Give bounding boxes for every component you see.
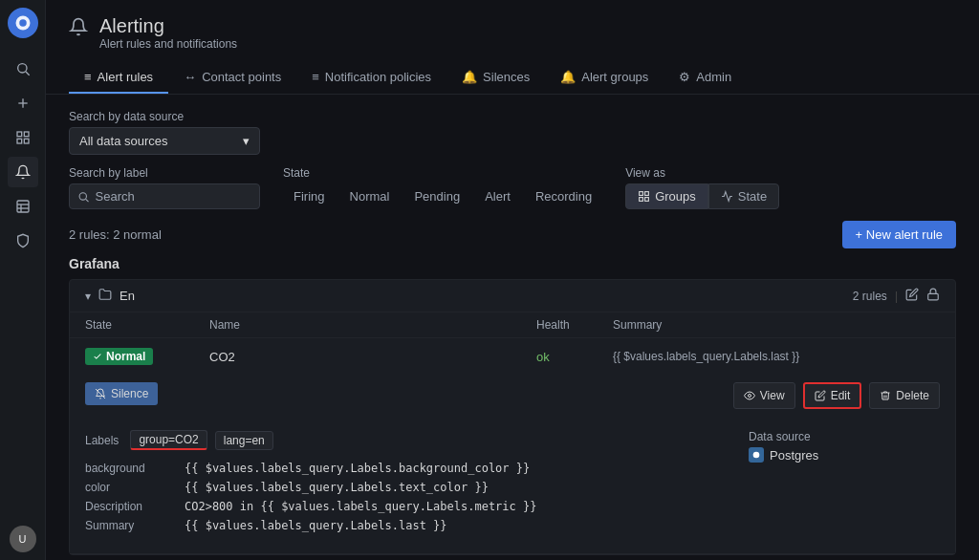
svg-rect-18 — [640, 198, 643, 202]
silence-icon — [95, 388, 106, 399]
tab-alert-rules-icon: ≡ — [84, 70, 92, 84]
search-input[interactable] — [96, 189, 251, 204]
tab-notification-policies[interactable]: ≡ Notification policies — [296, 62, 446, 94]
grafana-section-title: Grafana — [69, 256, 956, 271]
tab-admin[interactable]: ⚙ Admin — [664, 62, 747, 94]
col-header-summary: Summary — [613, 318, 940, 332]
content-area: Search by data source All data sources ▾… — [46, 95, 979, 560]
app-logo[interactable] — [8, 8, 38, 38]
tab-notification-label: Notification policies — [325, 70, 431, 84]
svg-point-23 — [753, 452, 760, 459]
search-filter-group: Search by label — [69, 166, 260, 209]
state-btn-firing[interactable]: Firing — [283, 183, 336, 209]
state-btn-pending[interactable]: Pending — [403, 183, 470, 209]
detail-row-color: color {{ $values.labels_query.Labels.tex… — [85, 481, 726, 494]
sidebar-item-add[interactable] — [8, 88, 38, 118]
tab-silences[interactable]: 🔔 Silences — [446, 62, 545, 94]
datasource-filter: Search by data source All data sources ▾ — [69, 110, 956, 155]
tab-contact-icon: ↔ — [184, 70, 196, 84]
user-avatar[interactable]: U — [10, 526, 36, 552]
summary-text: 2 rules: 2 normal — [69, 227, 162, 242]
state-btn-alert[interactable]: Alert — [474, 183, 521, 209]
tab-silences-label: Silences — [483, 70, 530, 84]
page-header: Alerting Alert rules and notifications — [46, 0, 979, 51]
silence-button[interactable]: Silence — [85, 382, 158, 405]
view-btn-groups[interactable]: Groups — [625, 183, 708, 209]
tab-alert-rules[interactable]: ≡ Alert rules — [69, 62, 168, 94]
new-alert-button[interactable]: + New alert rule — [842, 221, 956, 248]
view-as-filter-group: View as Groups State — [625, 166, 779, 209]
datasource-select[interactable]: All data sources ▾ — [69, 127, 260, 155]
edit-btn-label: Edit — [831, 389, 851, 402]
rule-row-main: Normal CO2 ok {{ $values.labels_query.La… — [70, 338, 955, 375]
state-btn-normal[interactable]: Normal — [339, 183, 401, 209]
groups-icon — [638, 190, 650, 203]
datasource-label: Data source — [749, 430, 940, 443]
labels-row: Labels group=CO2 lang=en — [85, 430, 726, 450]
sidebar-item-table[interactable] — [8, 191, 38, 222]
rule-name: CO2 — [209, 350, 536, 364]
tab-alertgroups-label: Alert groups — [581, 70, 648, 84]
view-button[interactable]: View — [733, 382, 795, 409]
chevron-down-icon[interactable]: ▾ — [85, 290, 91, 303]
tab-alertgroups-icon: 🔔 — [560, 70, 576, 84]
rule-details: Labels group=CO2 lang=en background {{ $… — [85, 430, 940, 538]
svg-rect-8 — [17, 139, 22, 143]
view-btn-state[interactable]: State — [708, 183, 779, 209]
sidebar-item-grid[interactable] — [8, 122, 38, 153]
svg-rect-6 — [17, 132, 22, 137]
folder-icon — [98, 288, 112, 304]
label-tag-group: group=CO2 — [130, 430, 207, 450]
tab-alert-groups[interactable]: 🔔 Alert groups — [545, 62, 664, 94]
sidebar-item-shield[interactable] — [8, 226, 38, 256]
postgres-icon — [749, 447, 764, 463]
edit-button[interactable]: Edit — [803, 382, 862, 409]
rule-group-en: ▾ En 2 rules | — [69, 279, 956, 555]
view-btn-label: View — [760, 389, 785, 402]
svg-rect-10 — [17, 201, 29, 212]
svg-rect-9 — [24, 139, 29, 143]
svg-rect-20 — [928, 293, 939, 299]
tab-alert-rules-label: Alert rules — [98, 70, 154, 84]
state-cell: Normal — [85, 348, 209, 365]
col-header-health: Health — [536, 318, 613, 332]
rule-group-header-left: ▾ En — [85, 288, 845, 304]
datasource-name: Postgres — [770, 448, 818, 463]
sidebar: U — [0, 0, 46, 560]
view-as-group: Groups State — [625, 183, 779, 209]
eye-icon — [744, 390, 755, 401]
detail-row-description: Description CO2>800 in {{ $values.labels… — [85, 500, 726, 513]
rule-expanded: Silence View Edit — [70, 375, 955, 553]
tab-contact-points[interactable]: ↔ Contact points — [168, 62, 296, 94]
state-view-icon — [721, 190, 733, 203]
detail-val-summary: {{ $values.labels_query.Labels.last }} — [185, 519, 726, 532]
detail-key-summary: Summary — [85, 519, 181, 532]
summary-cell: {{ $values.labels_query.Labels.last }} — [613, 350, 940, 363]
check-icon — [93, 352, 102, 361]
labels-key: Labels — [85, 434, 119, 447]
page-title-area: Alerting Alert rules and notifications — [99, 15, 237, 51]
trash-icon — [880, 390, 891, 401]
group-edit-icon[interactable] — [905, 288, 919, 304]
main-content: Alerting Alert rules and notifications ≡… — [46, 0, 979, 560]
detail-key-color: color — [85, 481, 181, 494]
svg-line-15 — [86, 199, 89, 202]
svg-point-22 — [748, 395, 751, 398]
search-input-wrap[interactable] — [69, 183, 260, 209]
sidebar-item-search[interactable] — [8, 54, 38, 84]
page-subtitle: Alert rules and notifications — [99, 37, 237, 51]
rules-count: 2 rules — [853, 290, 887, 303]
group-name: En — [120, 289, 135, 303]
rule-details-left: Labels group=CO2 lang=en background {{ $… — [85, 430, 726, 538]
svg-rect-17 — [645, 192, 649, 196]
sidebar-item-alerting[interactable] — [8, 157, 38, 187]
state-btn-recording[interactable]: Recording — [525, 183, 602, 209]
delete-button[interactable]: Delete — [869, 382, 940, 409]
rule-group-header: ▾ En 2 rules | — [70, 280, 955, 312]
tab-notification-icon: ≡ — [312, 70, 319, 84]
svg-line-3 — [26, 72, 30, 75]
state-filter-group: State Firing Normal Pending Alert Record… — [283, 166, 602, 209]
detail-row-summary: Summary {{ $values.labels_query.Labels.l… — [85, 519, 726, 532]
datasource-value-row: Postgres — [749, 447, 940, 463]
normal-badge: Normal — [85, 348, 153, 365]
